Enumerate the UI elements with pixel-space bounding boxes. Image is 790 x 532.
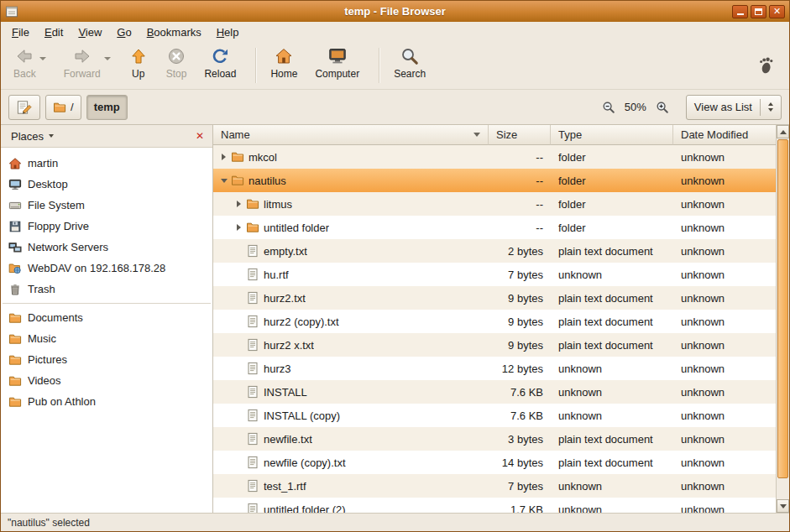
menu-item-go[interactable]: Go bbox=[109, 23, 139, 41]
maximize-button[interactable] bbox=[751, 5, 766, 18]
expander-collapsed-icon[interactable] bbox=[217, 154, 230, 160]
toolbar-button-up[interactable]: Up bbox=[123, 44, 154, 87]
sidebar-item-desktop[interactable]: Desktop bbox=[1, 174, 212, 195]
toolbar-button-body: Computer bbox=[315, 46, 359, 80]
sidebar-item-martin[interactable]: martin bbox=[1, 153, 212, 174]
view-mode-select[interactable]: View as List bbox=[686, 95, 782, 120]
file-row[interactable]: empty.txt2 bytesplain text documentunkno… bbox=[213, 239, 776, 263]
webdav-icon bbox=[8, 262, 22, 275]
file-name: hurz2 (copy).txt bbox=[264, 316, 339, 328]
scrollbar-track[interactable] bbox=[777, 138, 789, 499]
file-name-cell: test_1.rtf bbox=[213, 479, 489, 493]
file-row[interactable]: untitled folder--folderunknown bbox=[213, 216, 776, 239]
titlebar[interactable]: temp - File Browser bbox=[1, 1, 789, 22]
column-header-date-modified[interactable]: Date Modified bbox=[673, 125, 776, 145]
vertical-scrollbar[interactable] bbox=[776, 125, 789, 513]
sidebar-item-music[interactable]: Music bbox=[1, 328, 212, 349]
file-row[interactable]: test_1.rtf7 bytesunknownunknown bbox=[213, 474, 776, 498]
chevron-down-icon[interactable] bbox=[104, 57, 111, 60]
file-row[interactable]: hu.rtf7 bytesunknownunknown bbox=[213, 263, 776, 286]
sidebar-item-documents[interactable]: Documents bbox=[1, 307, 212, 328]
sidebar-item-pub-on-athlon[interactable]: Pub on Athlon bbox=[1, 391, 212, 412]
view-mode-value: View as List bbox=[694, 101, 752, 113]
toolbar-button-reload[interactable]: Reload bbox=[198, 44, 242, 87]
menu-item-file[interactable]: File bbox=[4, 23, 37, 41]
toolbar-button-stop[interactable]: Stop bbox=[160, 44, 193, 87]
file-row[interactable]: INSTALL (copy)7.6 KBunknownunknown bbox=[213, 404, 776, 427]
file-date: unknown bbox=[673, 456, 776, 469]
sidebar-close-button[interactable] bbox=[192, 129, 207, 143]
places-selector[interactable]: Places bbox=[6, 128, 59, 144]
file-date: unknown bbox=[673, 222, 776, 234]
file-name-cell: hurz2 (copy).txt bbox=[213, 315, 489, 328]
sidebar-item-label: Floppy Drive bbox=[28, 220, 89, 232]
scrollbar-thumb[interactable] bbox=[777, 139, 788, 478]
file-row[interactable]: litmus--folderunknown bbox=[213, 192, 776, 216]
zoom-in-button[interactable] bbox=[654, 99, 671, 116]
file-row[interactable]: hurz2 x.txt9 bytesplain text documentunk… bbox=[213, 333, 776, 357]
file-name: newfile.txt bbox=[264, 433, 312, 446]
file-row[interactable]: hurz2.txt9 bytesplain text documentunkno… bbox=[213, 286, 776, 310]
file-size: 7 bytes bbox=[489, 269, 551, 281]
file-row[interactable]: INSTALL7.6 KBunknownunknown bbox=[213, 380, 776, 404]
expander-collapsed-icon[interactable] bbox=[233, 201, 245, 207]
stop-icon bbox=[166, 46, 186, 66]
file-row[interactable]: mkcol--folderunknown bbox=[213, 145, 776, 169]
file-row[interactable]: newfile (copy).txt14 bytesplain text doc… bbox=[213, 451, 776, 474]
file-name-cell: mkcol bbox=[213, 150, 489, 164]
toolbar-button-computer[interactable]: Computer bbox=[309, 44, 365, 87]
menu-item-help[interactable]: Help bbox=[209, 23, 247, 41]
column-header-type[interactable]: Type bbox=[551, 125, 673, 145]
file-size: 7 bytes bbox=[489, 480, 551, 493]
toolbar-button-body: Stop bbox=[166, 46, 187, 80]
sidebar-item-network-servers[interactable]: Network Servers bbox=[1, 237, 212, 258]
triangle-up-icon bbox=[780, 130, 787, 134]
menu-item-edit[interactable]: Edit bbox=[37, 23, 71, 41]
zoom-out-button[interactable] bbox=[600, 99, 617, 116]
sidebar-item-file-system[interactable]: File System bbox=[1, 195, 212, 216]
file-size: -- bbox=[489, 198, 551, 211]
toolbar-button-search[interactable]: Search bbox=[388, 44, 432, 87]
scroll-down-button[interactable] bbox=[777, 499, 789, 513]
file-row[interactable]: hurz2 (copy).txt9 bytesplain text docume… bbox=[213, 310, 776, 333]
file-list: NameSizeTypeDate Modified mkcol--folderu… bbox=[213, 125, 776, 513]
expander-collapsed-icon[interactable] bbox=[233, 224, 245, 231]
file-name-cell: untitled folder (2) bbox=[213, 503, 489, 513]
file-row[interactable]: hurz312 bytesunknownunknown bbox=[213, 357, 776, 380]
column-header-size[interactable]: Size bbox=[489, 125, 551, 145]
minimize-icon bbox=[737, 13, 744, 15]
file-size: 9 bytes bbox=[489, 339, 551, 352]
toolbar-button-forward[interactable]: Forward bbox=[58, 44, 117, 87]
sidebar-item-pictures[interactable]: Pictures bbox=[1, 349, 212, 370]
minimize-button[interactable] bbox=[732, 5, 748, 18]
sidebar-item-videos[interactable]: Videos bbox=[1, 370, 212, 391]
edit-location-button[interactable] bbox=[8, 95, 40, 120]
column-header-name[interactable]: Name bbox=[213, 125, 489, 145]
menu-item-view[interactable]: View bbox=[71, 23, 109, 41]
file-date: unknown bbox=[673, 339, 776, 352]
toolbar-button-label: Computer bbox=[315, 68, 359, 80]
scroll-up-button[interactable] bbox=[777, 125, 789, 138]
file-row[interactable]: nautilus--folderunknown bbox=[213, 169, 776, 192]
file-row[interactable]: untitled folder (2)1.7 KBunknownunknown bbox=[213, 498, 776, 513]
folder-icon bbox=[53, 101, 66, 114]
close-button[interactable] bbox=[769, 5, 785, 18]
path-button-temp[interactable]: temp bbox=[86, 95, 128, 120]
user-home-icon bbox=[8, 157, 22, 170]
file-name: hurz2.txt bbox=[264, 292, 306, 305]
file-row[interactable]: newfile.txt3 bytesplain text documentunk… bbox=[213, 427, 776, 451]
toolbar-button-home[interactable]: Home bbox=[264, 44, 303, 87]
toolbar-button-back[interactable]: Back bbox=[8, 44, 52, 87]
menu-item-bookmarks[interactable]: Bookmarks bbox=[139, 23, 209, 41]
file-name-cell: untitled folder bbox=[213, 221, 489, 234]
file-type: unknown bbox=[551, 362, 673, 375]
sidebar-item-webdav-on-192-168-178-28[interactable]: WebDAV on 192.168.178.28 bbox=[1, 258, 212, 279]
sidebar-item-trash[interactable]: Trash bbox=[1, 279, 212, 300]
path-button-root[interactable]: / bbox=[45, 95, 81, 120]
chevron-down-icon[interactable] bbox=[39, 57, 46, 60]
row-indent bbox=[216, 345, 233, 346]
sidebar-item-floppy-drive[interactable]: Floppy Drive bbox=[1, 216, 212, 237]
expander-expanded-icon[interactable] bbox=[217, 179, 230, 183]
row-indent bbox=[216, 204, 233, 205]
window-title: temp - File Browser bbox=[60, 5, 730, 18]
